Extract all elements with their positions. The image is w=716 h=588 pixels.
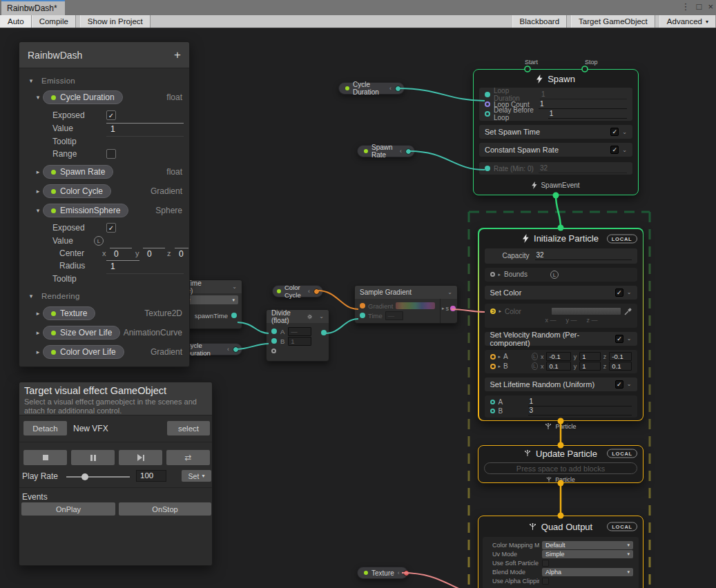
param-texture[interactable]: ▸ Texture Texture2D [19,306,189,320]
loop-duration-value[interactable]: 1 [540,90,627,99]
center-z-field[interactable]: 0 [175,248,188,258]
blend-mode-dropdown[interactable]: Alpha ▾ [542,568,633,576]
rate-port[interactable] [485,166,490,171]
advanced-dropdown-button[interactable]: Advanced ▾ [659,15,716,28]
lifetime-a-value[interactable]: 1 [528,398,632,406]
block-enabled-checkbox[interactable]: ✓ [610,128,619,136]
velocity-a-x[interactable]: -0.1 [546,352,570,361]
edge-cycle-duration-to-loop-duration[interactable] [399,88,485,101]
chevron-right-icon[interactable]: ▸ [33,349,43,355]
gradient-input-port[interactable] [360,303,365,308]
loop-duration-port[interactable] [485,92,490,97]
tooltip-field[interactable] [106,136,184,146]
pill-output-port[interactable] [395,86,401,92]
value-field[interactable]: 1 [106,123,184,133]
play-rate-value-field[interactable]: 100 [136,470,166,482]
auto-button[interactable]: Auto [0,15,32,28]
chevron-down-icon[interactable]: ⌄ [319,313,324,320]
param-color-over-life[interactable]: ▸ Color Over Life Gradient [19,345,189,359]
add-parameter-button[interactable]: + [174,48,181,62]
blackboard-toggle-button[interactable]: Blackboard [512,15,568,28]
pill-color-cycle[interactable]: Color Cycle ‹ [272,285,323,297]
expand-icon[interactable]: ▸ [499,364,501,369]
delay-before-loop-value[interactable]: 1 [548,110,627,119]
expand-icon[interactable]: ▸ [499,354,501,360]
chevron-down-icon[interactable]: ⌄ [232,284,237,290]
param-cycle-duration[interactable]: ▾ Cycle Duration float [19,90,189,104]
chevron-down-icon[interactable]: ▾ [26,77,36,84]
lifetime-a-port[interactable] [490,400,495,404]
delay-before-loop-port[interactable] [485,111,490,117]
set-play-rate-button[interactable]: Set ▾ [182,470,211,482]
onstop-button[interactable]: OnStop [119,502,211,516]
loop-count-value[interactable]: 1 [539,100,627,109]
category-emission[interactable]: ▾ Emission [19,75,189,86]
param-spawn-rate[interactable]: ▸ Spawn Rate float [19,165,189,179]
collapse-icon[interactable]: ‹ [400,148,402,155]
lifetime-b-value[interactable]: 3 [528,406,632,415]
exposed-checkbox[interactable]: ✓ [106,110,116,120]
block-constant-spawn-rate[interactable]: Constant Spawn Rate ✓ ⌄ [479,143,632,157]
lifetime-b-port[interactable] [490,409,495,413]
capacity-value[interactable]: 32 [535,251,632,260]
edge-divide-to-time[interactable] [325,319,358,333]
chevron-down-icon[interactable]: ▾ [26,293,36,300]
center-y-field[interactable]: 0 [143,248,165,258]
param-color-cycle[interactable]: ▸ Color Cycle Gradient [19,184,189,198]
collapse-icon[interactable]: ‹ [398,569,400,576]
node-sample-gradient[interactable]: Sample Gradient ⌄ Gradient Time — ▸ s [354,285,458,324]
compile-button[interactable]: Compile [32,15,76,28]
chevron-down-icon[interactable]: ⌄ [627,381,632,387]
add-blocks-placeholder[interactable]: Press space to add blocks [484,462,637,474]
alpha-clipping-checkbox[interactable] [542,578,549,585]
collapse-icon[interactable]: ‹ [389,85,391,92]
block-set-spawn-time[interactable]: Set Spawn Time ✓ ⌄ [479,125,632,139]
pill-output-port[interactable] [313,288,320,295]
pill-cycle-duration-2[interactable]: Cycle Duration ‹ [181,343,242,355]
bounds-port[interactable] [490,272,495,277]
node-spawn-context[interactable]: Spawn Loop Duration 1 Loop Count 1 Delay… [473,69,639,195]
step-button[interactable] [119,450,162,465]
linked-icon[interactable]: L [550,271,559,279]
chevron-right-icon[interactable]: ▸ [33,310,43,317]
velocity-a-y[interactable]: 1 [579,352,601,361]
chevron-right-icon[interactable]: ▸ [33,168,43,175]
color-field[interactable] [552,308,621,315]
collapse-icon[interactable]: ‹ [308,288,310,295]
block-enabled-checkbox[interactable]: ✓ [610,146,619,154]
pill-texture[interactable]: Texture ‹ [357,567,408,579]
divide-a-field[interactable]: — [288,327,311,336]
collapse-icon[interactable]: ‹ [227,346,229,353]
divide-input-a-port[interactable] [271,329,277,334]
flow-spawn-to-initialize[interactable] [556,195,561,228]
tooltip-field[interactable] [106,273,184,284]
detach-button[interactable]: Detach [23,421,67,435]
target-gameobject-toggle-button[interactable]: Target GameObject [571,15,655,28]
maximize-icon[interactable]: □ [697,1,702,12]
center-x-field[interactable]: 0 [110,248,132,258]
expand-icon[interactable]: ▸ [499,272,501,277]
expand-output-icon[interactable]: ▸ [442,306,445,311]
spawntime-output-port[interactable] [231,313,237,318]
show-in-project-button[interactable]: Show in Project [80,15,151,28]
chevron-down-icon[interactable]: ⌄ [622,129,627,135]
chevron-down-icon[interactable]: ▾ [33,94,43,101]
param-size-over-life[interactable]: ▸ Size Over Life AnimationCurve [19,326,189,340]
eyedropper-icon[interactable] [624,308,632,315]
close-icon[interactable]: × [708,1,713,12]
chevron-down-icon[interactable]: ⌄ [627,335,632,342]
stop-button[interactable] [23,450,67,465]
chevron-right-icon[interactable]: ▸ [33,329,43,336]
linked-icon[interactable]: L [94,236,104,246]
pill-spawn-rate[interactable]: Spawn Rate ‹ [357,145,415,157]
block-set-color[interactable]: Set Color ✓ ⌄ [485,286,637,300]
node-update-particle[interactable]: Update Particle LOCAL Press space to add… [478,445,644,483]
block-enabled-checkbox[interactable]: ✓ [615,380,623,389]
velocity-b-port[interactable] [490,364,496,369]
velocity-b-z[interactable]: 0.1 [609,362,631,371]
play-rate-slider-knob[interactable] [81,473,88,480]
chevron-down-icon[interactable]: ▾ [33,207,43,214]
divide-input-b-port[interactable] [271,338,277,344]
divide-add-input-port[interactable] [271,349,276,353]
restart-button[interactable]: ⇄ [166,450,210,465]
